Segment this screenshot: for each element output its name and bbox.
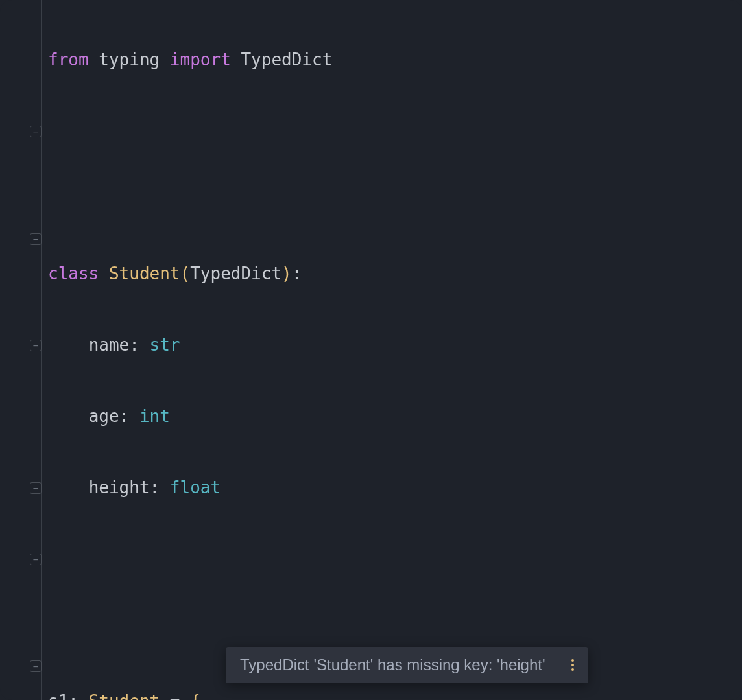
- code-editor: − − − − − − from typing import TypedDict…: [0, 0, 742, 700]
- code-line: name: str: [48, 327, 742, 363]
- code-line: [48, 541, 742, 577]
- more-actions-icon[interactable]: [571, 659, 574, 671]
- code-line: [48, 612, 742, 648]
- diagnostic-tooltip[interactable]: TypedDict 'Student' has missing key: 'he…: [226, 647, 588, 683]
- fold-toggle[interactable]: −: [30, 340, 42, 351]
- fold-toggle[interactable]: −: [30, 482, 42, 494]
- code-area[interactable]: from typing import TypedDict class Stude…: [48, 0, 742, 700]
- fold-toggle[interactable]: −: [30, 233, 42, 245]
- fold-toggle[interactable]: −: [30, 660, 42, 672]
- editor-gutter: − − − − − −: [0, 0, 45, 700]
- code-line: height: float: [48, 470, 742, 506]
- code-line: [48, 185, 742, 220]
- code-line: from typing import TypedDict: [48, 42, 742, 78]
- fold-toggle[interactable]: −: [30, 554, 42, 565]
- code-line: class Student(TypedDict):: [48, 256, 742, 292]
- code-line: s1: Student = {: [48, 684, 742, 700]
- diagnostic-message: TypedDict 'Student' has missing key: 'he…: [240, 656, 545, 674]
- code-line: age: int: [48, 399, 742, 434]
- fold-toggle[interactable]: −: [30, 126, 42, 137]
- code-line: [48, 113, 742, 149]
